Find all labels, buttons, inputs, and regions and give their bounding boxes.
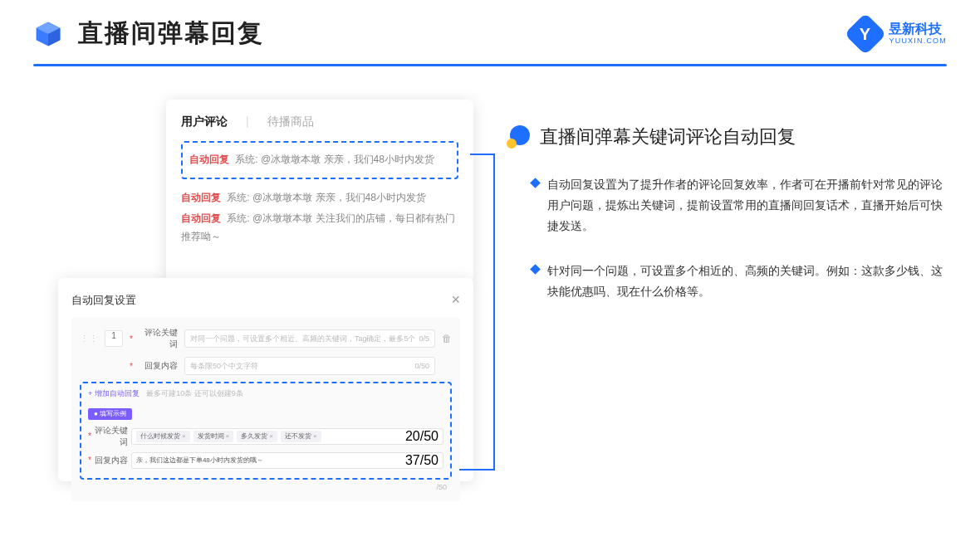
comment-text: 系统: @冰墩墩本墩 亲亲，我们48小时内发货 (227, 192, 426, 203)
bubble-icon (507, 125, 530, 149)
tab-products[interactable]: 待播商品 (267, 115, 314, 129)
comment-text: 系统: @冰墩墩本墩 关注我们的店铺，每日都有热门推荐呦～ (181, 212, 455, 242)
outer-count: /50 (80, 480, 452, 491)
comment-row: 自动回复 系统: @冰墩墩本墩 亲亲，我们48小时内发货 (181, 188, 458, 209)
keyword-label: 评论关键词 (140, 327, 178, 350)
auto-reply-tag: 自动回复 (189, 154, 229, 165)
required-star: * (88, 456, 91, 465)
section-heading-row: 直播间弹幕关键词评论自动回复 (507, 124, 947, 149)
keyword-label: 评论关键词 (95, 425, 128, 448)
cube-icon (33, 19, 63, 49)
example-content-row: * 回复内容 亲，我们这边都是下单48小时内发货的哦～ 37/50 (88, 452, 443, 469)
brand-logo: Y 昱新科技 YUUXIN.COM (850, 19, 947, 49)
index-input[interactable]: 1 (105, 330, 123, 347)
auto-reply-tag: 自动回复 (181, 192, 221, 203)
tag-count: 20/50 (405, 429, 439, 444)
bullet-item: 自动回复设置为了提升作者的评论回复效率，作者可在开播前针对常见的评论用户问题，提… (507, 174, 947, 237)
header-left: 直播间弹幕回复 (33, 17, 264, 51)
content-filled-input[interactable]: 亲，我们这边都是下单48小时内发货的哦～ 37/50 (131, 452, 443, 469)
content-count: 0/50 (414, 362, 429, 370)
add-reply-link[interactable]: + 增加自动回复 最多可建10条 还可以创建9条 (88, 388, 443, 399)
page-title: 直播间弹幕回复 (78, 17, 264, 51)
bullet-text: 自动回复设置为了提升作者的评论回复效率，作者可在开播前针对常见的评论用户问题，提… (547, 174, 947, 237)
dialog-title: 自动回复设置 (71, 293, 136, 308)
required-star: * (88, 432, 91, 441)
dialog-header: 自动回复设置 × (71, 288, 460, 317)
keyword-tag[interactable]: 发货时间× (194, 431, 234, 442)
brand-name: 昱新科技 (889, 22, 947, 36)
tag-input[interactable]: 什么时候发货× 发货时间× 多久发货× 还不发货× 20/50 (131, 428, 443, 445)
comment-card: 用户评论 | 待播商品 自动回复 系统: @冰墩墩本墩 亲亲，我们48小时内发货… (166, 100, 473, 282)
form-body: ⋮⋮ 1 * 评论关键词 对同一个问题，可设置多个相近、高频的关键词，Tag确定… (71, 317, 460, 501)
content-count: 37/50 (405, 453, 439, 468)
section-heading: 直播间弹幕关键词评论自动回复 (540, 124, 796, 149)
delete-icon[interactable]: 🗑 (442, 333, 452, 344)
connector-line (493, 154, 495, 469)
auto-reply-tag: 自动回复 (181, 212, 221, 224)
brand-text: 昱新科技 YUUXIN.COM (889, 22, 947, 45)
content-label: 回复内容 (140, 360, 178, 372)
brand-icon: Y (845, 12, 887, 55)
keyword-tag[interactable]: 多久发货× (237, 431, 277, 442)
diamond-icon (530, 178, 541, 188)
content: 用户评论 | 待播商品 自动回复 系统: @冰墩墩本墩 亲亲，我们48小时内发货… (0, 66, 980, 490)
tab-comments[interactable]: 用户评论 (181, 115, 228, 129)
keyword-count: 0/5 (419, 334, 429, 343)
highlighted-reply: 自动回复 系统: @冰墩墩本墩 亲亲，我们48小时内发货 (181, 141, 458, 179)
keyword-tag[interactable]: 还不发货× (281, 431, 321, 442)
comment-text: 系统: @冰墩墩本墩 亲亲，我们48小时内发货 (235, 154, 434, 165)
bullet-item: 针对同一个问题，可设置多个相近的、高频的关键词。例如：这款多少钱、这块能优惠吗、… (507, 261, 947, 302)
diamond-icon (530, 264, 541, 275)
description-column: 直播间弹幕关键词评论自动回复 自动回复设置为了提升作者的评论回复效率，作者可在开… (507, 100, 947, 490)
screenshot-column: 用户评论 | 待播商品 自动回复 系统: @冰墩墩本墩 亲亲，我们48小时内发货… (58, 100, 473, 490)
example-badge: ● 填写示例 (88, 408, 132, 420)
comment-row: 自动回复 系统: @冰墩墩本墩 亲亲，我们48小时内发货 (189, 149, 450, 171)
connector-line (470, 154, 495, 155)
keyword-row: ⋮⋮ 1 * 评论关键词 对同一个问题，可设置多个相近、高频的关键词，Tag确定… (80, 327, 452, 350)
keyword-input[interactable]: 对同一个问题，可设置多个相近、高频的关键词，Tag确定，最多5个 0/5 (184, 329, 435, 348)
tabs: 用户评论 | 待播商品 (181, 115, 458, 138)
brand-url: YUUXIN.COM (889, 37, 947, 45)
settings-dialog: 自动回复设置 × ⋮⋮ 1 * 评论关键词 对同一个问题，可设置多个相近、高频的… (58, 278, 473, 481)
drag-handle-icon[interactable]: ⋮⋮ (80, 334, 98, 344)
page-header: 直播间弹幕回复 Y 昱新科技 YUUXIN.COM (0, 0, 980, 51)
example-content-text: 亲，我们这边都是下单48小时内发货的哦～ (136, 456, 263, 465)
example-keyword-row: * 评论关键词 什么时候发货× 发货时间× 多久发货× 还不发货× 20/50 (88, 425, 443, 448)
content-label: 回复内容 (95, 455, 128, 466)
placeholder: 对同一个问题，可设置多个相近、高频的关键词，Tag确定，最多5个 (190, 334, 416, 344)
bullet-text: 针对同一个问题，可设置多个相近的、高频的关键词。例如：这款多少钱、这块能优惠吗、… (547, 261, 947, 302)
add-hint: 最多可建10条 还可以创建9条 (146, 389, 243, 397)
keyword-tag[interactable]: 什么时候发货× (136, 431, 190, 442)
comment-row: 自动回复 系统: @冰墩墩本墩 关注我们的店铺，每日都有热门推荐呦～ (181, 208, 458, 247)
required-star: * (130, 334, 133, 344)
content-input[interactable]: 每条限50个中文字符 0/50 (184, 357, 435, 375)
content-row: * 回复内容 每条限50个中文字符 0/50 (80, 357, 452, 375)
tab-separator: | (246, 115, 249, 129)
example-block: + 增加自动回复 最多可建10条 还可以创建9条 ● 填写示例 * 评论关键词 … (80, 382, 452, 480)
required-star: * (130, 362, 133, 371)
placeholder: 每条限50个中文字符 (190, 361, 258, 372)
close-icon[interactable]: × (451, 291, 460, 309)
